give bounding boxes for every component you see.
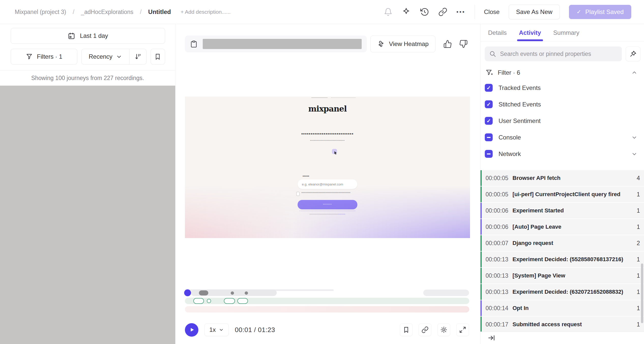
copy-url-button[interactable] (190, 40, 198, 48)
playlist-saved-label: Playlist Saved (585, 8, 624, 15)
collapse-panel-button[interactable] (488, 334, 495, 342)
notifications-button[interactable] (384, 8, 392, 16)
event-timestamp: 00:00:13 (486, 289, 513, 295)
timeline-event-dot (245, 291, 248, 295)
interaction-marker[interactable] (237, 298, 248, 304)
event-row[interactable]: 00:00:14 Opt In 1 (480, 300, 644, 316)
view-heatmap-button[interactable]: View Heatmap (370, 36, 435, 52)
timeline-interaction-track[interactable] (185, 298, 469, 304)
ellipsis-icon: ••• (457, 9, 465, 15)
event-filter-header[interactable]: Filter · 6 (480, 61, 644, 79)
history-icon (420, 7, 429, 17)
event-timestamp: 00:00:13 (486, 256, 513, 263)
event-count: 1 (637, 289, 640, 295)
scrollbar-thumb[interactable] (641, 263, 643, 323)
bell-icon (384, 8, 392, 16)
event-filter-row: ✓ Tracked Events (485, 80, 637, 96)
event-filter-row: ✓ Stitched Events (485, 96, 637, 113)
saved-views-button[interactable] (151, 49, 165, 65)
breadcrumb-report-title[interactable]: Untitled (148, 8, 171, 15)
timeline-scrubber[interactable] (185, 289, 469, 296)
checkbox[interactable] (485, 150, 493, 158)
interaction-marker[interactable] (193, 298, 204, 304)
interaction-marker[interactable] (207, 299, 211, 303)
event-row[interactable]: 00:00:07 Django request 2 (480, 235, 644, 251)
timeline-playhead[interactable] (184, 289, 191, 296)
history-button[interactable] (420, 7, 429, 17)
play-button[interactable] (185, 323, 198, 337)
url-bar (185, 36, 367, 52)
timeline-error-track[interactable] (185, 306, 469, 312)
event-label: Experiment Started (513, 207, 637, 214)
thumbs-down-button[interactable] (458, 38, 469, 50)
event-row[interactable]: 00:00:05 Browser API fetch 4 (480, 170, 644, 186)
event-count: 1 (637, 207, 640, 214)
event-count: 1 (637, 321, 640, 328)
filters-button[interactable]: Filters · 1 (11, 49, 77, 65)
player-settings-button[interactable] (437, 323, 450, 336)
event-timestamp: 00:00:13 (486, 272, 513, 279)
ai-assistant-button[interactable] (402, 7, 411, 17)
thumbs-up-button[interactable] (442, 38, 453, 50)
speed-label: 1x (209, 326, 216, 333)
sentiment-buttons (442, 38, 469, 50)
more-options-button[interactable]: ••• (457, 9, 465, 15)
url-redacted-bar (203, 39, 362, 49)
interaction-marker[interactable] (224, 298, 235, 304)
playback-speed-button[interactable]: 1x (204, 323, 229, 336)
journeys-count-text: Showing 100 journeys from 227 recordings… (0, 70, 175, 86)
chevron-down-icon (219, 327, 224, 332)
recordings-sidebar: Last 1 day Filters · 1 Recency (0, 24, 175, 344)
event-row[interactable]: 00:00:17 Submitted access request 1 (480, 317, 644, 332)
save-as-new-button[interactable]: Save As New (509, 5, 560, 19)
event-row[interactable]: 00:00:13 Experiment Decided: (6320721652… (480, 284, 644, 300)
breadcrumb-board[interactable]: _adHocExplorations (81, 9, 133, 15)
date-range-button[interactable]: Last 1 day (11, 28, 165, 44)
bookmark-moment-button[interactable] (400, 323, 413, 336)
event-count: 2 (637, 240, 640, 247)
event-row[interactable]: 00:00:13 Experiment Decided: (5528580768… (480, 252, 644, 267)
date-range-label: Last 1 day (80, 32, 108, 39)
close-button[interactable]: Close (484, 8, 500, 15)
filter-label: Console (499, 134, 521, 141)
event-filter-list: ✓ Tracked Events ✓ Stitched Events ✓ Use… (480, 79, 644, 162)
breadcrumb-project[interactable]: Mixpanel (project 3) (15, 9, 66, 15)
player-toolbar: View Heatmap (185, 36, 469, 52)
event-list: 00:00:05 Browser API fetch 4 00:00:05 [u… (480, 170, 644, 332)
event-timestamp: 00:00:05 (486, 191, 513, 198)
copy-link-button[interactable] (438, 7, 447, 17)
event-row[interactable]: 00:00:06 [Auto] Page Leave 1 (480, 219, 644, 235)
checkbox[interactable]: ✓ (485, 117, 493, 125)
chevron-down-icon[interactable] (631, 151, 637, 157)
search-input[interactable] (485, 46, 622, 61)
link-icon (438, 7, 447, 17)
tab-activity[interactable]: Activity (519, 24, 541, 41)
filter-label: User Sentiment (499, 117, 540, 124)
playlist-saved-button[interactable]: ✓ Playlist Saved (569, 5, 631, 19)
arrow-to-line-icon (488, 334, 495, 342)
thumbs-up-icon (443, 40, 452, 48)
tab-summary[interactable]: Summary (553, 24, 579, 41)
main-area: Last 1 day Filters · 1 Recency (0, 24, 644, 344)
checkbox[interactable]: ✓ (485, 100, 493, 108)
event-timestamp: 00:00:06 (486, 207, 513, 214)
chevron-up-icon[interactable] (631, 70, 637, 76)
sort-direction-button[interactable] (129, 49, 146, 64)
checkbox[interactable] (485, 133, 493, 141)
add-description-button[interactable]: + Add description...... (181, 9, 231, 15)
tab-details[interactable]: Details (488, 24, 507, 41)
event-timestamp: 00:00:06 (486, 224, 513, 230)
event-row[interactable]: 00:00:06 Experiment Started 1 (480, 203, 644, 218)
event-row[interactable]: 00:00:13 [System] Page View 1 (480, 268, 644, 284)
checkbox[interactable]: ✓ (485, 84, 493, 92)
event-label: Opt In (513, 305, 637, 311)
recordings-list-redacted[interactable] (0, 86, 175, 344)
breadcrumb-separator: / (140, 9, 141, 15)
sort-dropdown[interactable]: Recency (82, 49, 129, 64)
share-link-button[interactable] (419, 323, 431, 336)
fullscreen-button[interactable] (456, 323, 469, 336)
event-row[interactable]: 00:00:05 [ui-perf] CurrentProjectClient … (480, 186, 644, 202)
pinned-properties-button[interactable] (626, 46, 640, 61)
chevron-down-icon[interactable] (631, 134, 637, 140)
play-icon (189, 327, 195, 333)
